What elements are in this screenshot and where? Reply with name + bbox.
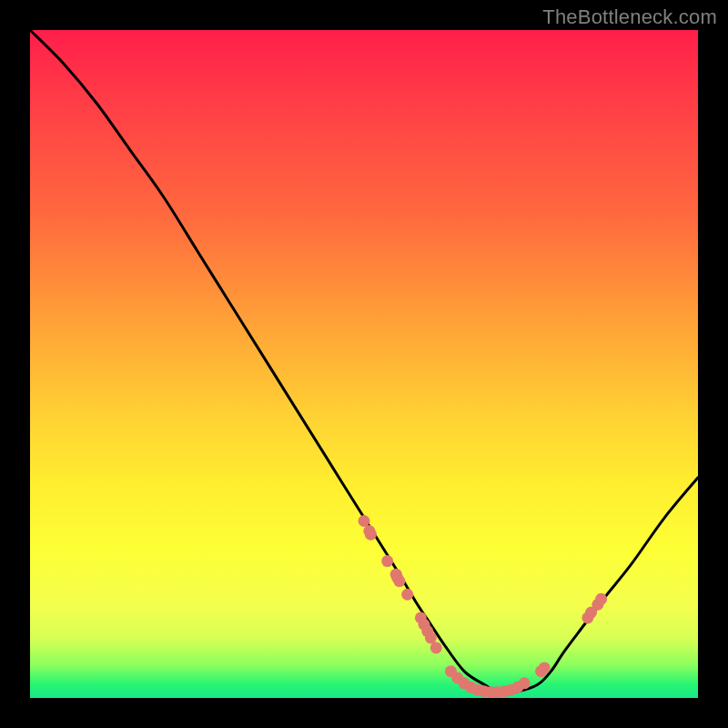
- bottleneck-curve: [30, 30, 698, 693]
- data-marker: [595, 593, 607, 605]
- data-marker: [359, 515, 370, 527]
- data-marker: [381, 555, 393, 567]
- data-marker: [393, 575, 405, 587]
- watermark-text: TheBottleneck.com: [542, 5, 717, 29]
- data-marker: [365, 529, 377, 541]
- chart-frame: TheBottleneck.com: [0, 0, 728, 728]
- data-marker: [401, 589, 413, 601]
- marker-group: [359, 515, 608, 698]
- plot-area: [30, 30, 698, 698]
- data-marker: [425, 632, 437, 643]
- chart-svg: [30, 30, 698, 698]
- data-marker: [519, 677, 531, 689]
- data-marker: [539, 662, 551, 673]
- data-marker: [430, 642, 442, 653]
